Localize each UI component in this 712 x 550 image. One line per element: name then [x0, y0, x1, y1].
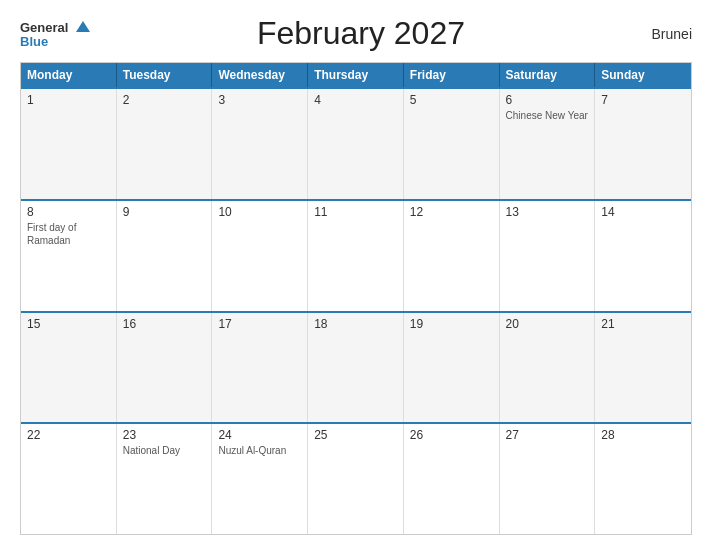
day-number: 13 — [506, 205, 589, 219]
header: General Blue February 2027 Brunei — [20, 15, 692, 52]
calendar-cell: 17 — [212, 313, 308, 423]
calendar-cell: 11 — [308, 201, 404, 311]
page-title: February 2027 — [90, 15, 632, 52]
weekday-header: Friday — [404, 63, 500, 87]
calendar-row: 15161718192021 — [21, 311, 691, 423]
calendar-cell: 9 — [117, 201, 213, 311]
calendar-row: 123456Chinese New Year7 — [21, 87, 691, 199]
calendar-cell: 8First day of Ramadan — [21, 201, 117, 311]
weekday-header: Wednesday — [212, 63, 308, 87]
calendar-cell: 25 — [308, 424, 404, 534]
day-number: 4 — [314, 93, 397, 107]
day-number: 1 — [27, 93, 110, 107]
calendar-cell: 21 — [595, 313, 691, 423]
weekday-header: Saturday — [500, 63, 596, 87]
calendar-cell: 1 — [21, 89, 117, 199]
event-label: First day of Ramadan — [27, 221, 110, 247]
day-number: 6 — [506, 93, 589, 107]
calendar-cell: 28 — [595, 424, 691, 534]
day-number: 14 — [601, 205, 685, 219]
calendar-cell: 16 — [117, 313, 213, 423]
day-number: 10 — [218, 205, 301, 219]
day-number: 16 — [123, 317, 206, 331]
calendar-cell: 27 — [500, 424, 596, 534]
weekday-header: Tuesday — [117, 63, 213, 87]
logo-triangle-icon — [76, 21, 90, 32]
day-number: 28 — [601, 428, 685, 442]
calendar-cell: 5 — [404, 89, 500, 199]
calendar-cell: 20 — [500, 313, 596, 423]
day-number: 3 — [218, 93, 301, 107]
calendar-cell: 19 — [404, 313, 500, 423]
calendar-cell: 10 — [212, 201, 308, 311]
logo-general: General — [20, 20, 68, 35]
day-number: 11 — [314, 205, 397, 219]
calendar-cell: 7 — [595, 89, 691, 199]
calendar-cell: 22 — [21, 424, 117, 534]
calendar-cell: 23National Day — [117, 424, 213, 534]
day-number: 17 — [218, 317, 301, 331]
day-number: 5 — [410, 93, 493, 107]
calendar-cell: 12 — [404, 201, 500, 311]
day-number: 25 — [314, 428, 397, 442]
day-number: 8 — [27, 205, 110, 219]
logo: General Blue — [20, 19, 90, 48]
day-number: 21 — [601, 317, 685, 331]
event-label: Nuzul Al-Quran — [218, 444, 301, 457]
event-label: Chinese New Year — [506, 109, 589, 122]
calendar-row: 2223National Day24Nuzul Al-Quran25262728 — [21, 422, 691, 534]
calendar-cell: 18 — [308, 313, 404, 423]
country-label: Brunei — [632, 26, 692, 42]
day-number: 2 — [123, 93, 206, 107]
calendar-cell: 24Nuzul Al-Quran — [212, 424, 308, 534]
calendar-cell: 15 — [21, 313, 117, 423]
calendar-cell: 26 — [404, 424, 500, 534]
calendar-page: General Blue February 2027 Brunei Monday… — [0, 0, 712, 550]
calendar-cell: 3 — [212, 89, 308, 199]
calendar-row: 8First day of Ramadan91011121314 — [21, 199, 691, 311]
calendar: MondayTuesdayWednesdayThursdayFridaySatu… — [20, 62, 692, 535]
day-number: 26 — [410, 428, 493, 442]
calendar-cell: 4 — [308, 89, 404, 199]
calendar-body: 123456Chinese New Year78First day of Ram… — [21, 87, 691, 534]
day-number: 22 — [27, 428, 110, 442]
day-number: 20 — [506, 317, 589, 331]
day-number: 19 — [410, 317, 493, 331]
weekday-header: Thursday — [308, 63, 404, 87]
day-number: 15 — [27, 317, 110, 331]
day-number: 24 — [218, 428, 301, 442]
calendar-header: MondayTuesdayWednesdayThursdayFridaySatu… — [21, 63, 691, 87]
day-number: 7 — [601, 93, 685, 107]
day-number: 9 — [123, 205, 206, 219]
day-number: 18 — [314, 317, 397, 331]
calendar-cell: 6Chinese New Year — [500, 89, 596, 199]
calendar-cell: 2 — [117, 89, 213, 199]
day-number: 23 — [123, 428, 206, 442]
logo-blue: Blue — [20, 35, 90, 48]
logo-text: General — [20, 19, 90, 35]
calendar-cell: 14 — [595, 201, 691, 311]
day-number: 27 — [506, 428, 589, 442]
event-label: National Day — [123, 444, 206, 457]
day-number: 12 — [410, 205, 493, 219]
weekday-header: Sunday — [595, 63, 691, 87]
weekday-header: Monday — [21, 63, 117, 87]
calendar-cell: 13 — [500, 201, 596, 311]
